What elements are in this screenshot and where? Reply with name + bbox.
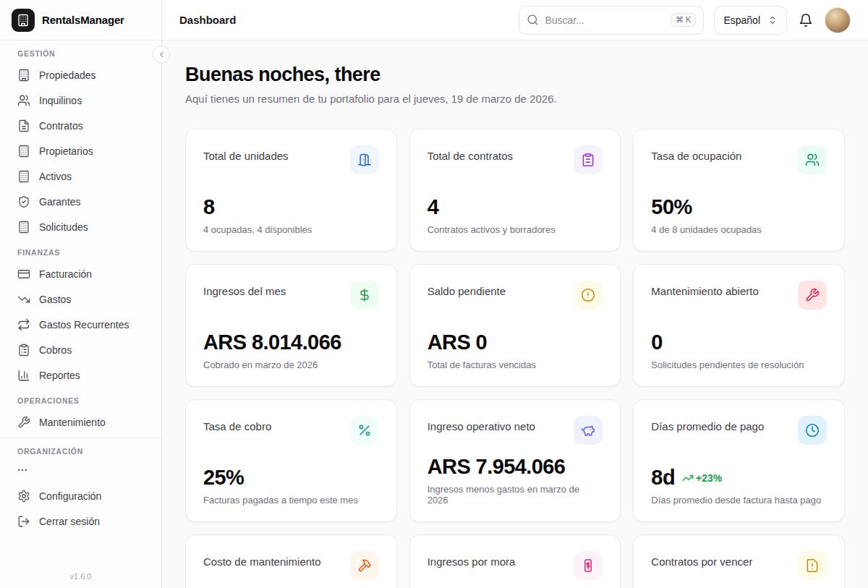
- main-area: Dashboard ⌘ K Español Buenas noches, the…: [162, 0, 868, 588]
- sidebar-item-garantes[interactable]: Garantes: [0, 189, 161, 214]
- card-subtitle: Días promedio desde factura hasta pago: [651, 495, 827, 506]
- section-label-gestion: GESTIÓN: [0, 41, 161, 62]
- card-subtitle: Contratos activos y borradores: [427, 224, 603, 235]
- search-input[interactable]: [545, 14, 665, 26]
- trend-value: +23%: [696, 472, 722, 484]
- sidebar-item-inquilinos[interactable]: Inquilinos: [0, 88, 161, 113]
- building-icon: [17, 170, 30, 183]
- sidebar-header: RentalsManager: [0, 0, 161, 41]
- card-total-unidades: Total de unidades 8 4 ocupadas, 4 dispon…: [185, 129, 397, 252]
- users-icon: [798, 145, 827, 174]
- card-subtitle: 4 ocupadas, 4 disponibles: [203, 224, 379, 235]
- card-title: Saldo pendiente: [427, 285, 506, 297]
- app-logo: [12, 9, 35, 32]
- sidebar-item-label: Mantenimiento: [39, 417, 106, 428]
- sidebar-item-propiedades[interactable]: Propiedades: [0, 62, 161, 88]
- users-icon: [17, 94, 30, 107]
- section-label-finanzas: FINANZAS: [0, 239, 161, 261]
- sidebar-item-cerrar-sesion[interactable]: Cerrar sesión: [0, 508, 161, 534]
- topbar-actions: ⌘ K Español: [519, 6, 851, 35]
- user-avatar[interactable]: [825, 7, 851, 33]
- sidebar-nav: GESTIÓN Propiedades Inquilinos Contratos…: [0, 41, 161, 566]
- search-box[interactable]: ⌘ K: [519, 6, 704, 35]
- sidebar-item-label: Contratos: [39, 120, 83, 132]
- sidebar-item-label: Inquilinos: [39, 95, 82, 106]
- card-value: 25%: [203, 467, 379, 488]
- card-value: 8: [203, 197, 379, 218]
- card-total-contratos: Total de contratos 4 Contratos activos y…: [409, 129, 621, 252]
- language-select[interactable]: Español: [714, 6, 787, 35]
- card-subtitle: Facturas pagadas a tiempo este mes: [203, 495, 379, 506]
- organization-placeholder: ...: [0, 460, 161, 479]
- building-icon: [17, 69, 30, 82]
- alert-circle-icon: [574, 281, 603, 310]
- repeat-icon: [17, 318, 30, 331]
- card-value: ARS 0: [427, 332, 603, 353]
- card-dias-promedio-pago: Días promedio de pago 8d +23% Días prome…: [633, 399, 845, 522]
- greeting-subtitle: Aquí tienes un resumen de tu portafolio …: [185, 93, 845, 105]
- sidebar-item-label: Cerrar sesión: [39, 516, 100, 527]
- gear-icon: [17, 490, 30, 503]
- section-label-organizacion: ORGANIZACIÓN: [0, 438, 161, 460]
- door-open-icon: [350, 145, 379, 174]
- language-value: Español: [723, 14, 760, 26]
- file-text-icon: [17, 119, 30, 132]
- card-tasa-cobro: Tasa de cobro 25% Facturas pagadas a tie…: [185, 399, 397, 522]
- sidebar-item-configuracion[interactable]: Configuración: [0, 483, 161, 508]
- sidebar-item-label: Garantes: [39, 196, 81, 208]
- sidebar-item-contratos[interactable]: Contratos: [0, 113, 161, 138]
- sidebar-footer-nav: Configuración Cerrar sesión: [0, 483, 161, 534]
- stats-grid: Total de unidades 8 4 ocupadas, 4 dispon…: [185, 129, 845, 588]
- card-title: Días promedio de pago: [651, 420, 764, 433]
- search-shortcut-badge: ⌘ K: [671, 13, 696, 27]
- hammer-icon: [350, 551, 379, 580]
- sidebar-item-label: Propietarios: [39, 145, 93, 157]
- card-value: 0: [651, 332, 827, 353]
- logout-icon: [17, 515, 30, 528]
- sidebar-item-mantenimiento[interactable]: Mantenimiento: [0, 409, 161, 435]
- card-ingresos-por-mora: Ingresos por mora: [409, 534, 621, 588]
- card-tasa-ocupacion: Tasa de ocupación 50% 4 de 8 unidades oc…: [633, 129, 845, 252]
- wrench-icon: [17, 416, 30, 429]
- sidebar-item-label: Propiedades: [39, 69, 96, 81]
- card-value: ARS 8.014.066: [203, 332, 379, 353]
- card-value: 50%: [651, 197, 827, 218]
- page-title: Dashboard: [179, 14, 236, 26]
- bell-icon: [799, 13, 813, 27]
- dollar-icon: [350, 281, 379, 310]
- sidebar-item-label: Gastos: [39, 294, 71, 305]
- clock-icon: [798, 416, 827, 445]
- sidebar-collapse-button[interactable]: [153, 46, 170, 63]
- sidebar-item-gastos-recurrentes[interactable]: Gastos Recurrentes: [0, 312, 161, 337]
- search-icon: [527, 14, 539, 26]
- card-title: Total de contratos: [427, 150, 513, 162]
- card-subtitle: 4 de 8 unidades ocupadas: [651, 224, 827, 235]
- sidebar-item-facturacion[interactable]: Facturación: [0, 261, 161, 286]
- sidebar-item-activos[interactable]: Activos: [0, 163, 161, 189]
- card-ingresos-mes: Ingresos del mes ARS 8.014.066 Cobrado e…: [185, 264, 397, 387]
- sidebar-item-cobros[interactable]: Cobros: [0, 337, 161, 362]
- shield-check-icon: [17, 195, 30, 208]
- sidebar-item-solicitudes[interactable]: Solicitudes: [0, 214, 161, 239]
- sidebar-item-reportes[interactable]: Reportes: [0, 362, 161, 388]
- piggy-bank-icon: [574, 416, 603, 445]
- card-title: Tasa de cobro: [203, 420, 271, 433]
- wrench-icon: [798, 281, 827, 310]
- sidebar-item-propietarios[interactable]: Propietarios: [0, 138, 161, 163]
- sidebar-item-label: Facturación: [39, 268, 92, 280]
- card-subtitle: Cobrado en marzo de 2026: [203, 359, 379, 370]
- sidebar-item-label: Reportes: [39, 370, 80, 381]
- sidebar-item-label: Cobros: [39, 344, 72, 356]
- sidebar: RentalsManager GESTIÓN Propiedades Inqui…: [0, 0, 162, 588]
- building-icon: [17, 221, 30, 234]
- card-title: Mantenimiento abierto: [651, 285, 758, 297]
- trending-up-icon: [682, 472, 694, 484]
- card-title: Tasa de ocupación: [651, 150, 741, 162]
- section-label-operaciones: OPERACIONES: [0, 388, 161, 409]
- sidebar-item-label: Gastos Recurrentes: [39, 319, 129, 331]
- notifications-button[interactable]: [797, 12, 814, 29]
- sidebar-item-gastos[interactable]: Gastos: [0, 286, 161, 312]
- card-costo-mantenimiento: Costo de mantenimiento: [185, 534, 397, 588]
- banknote-icon: [574, 551, 603, 580]
- card-title: Ingreso operativo neto: [427, 420, 535, 433]
